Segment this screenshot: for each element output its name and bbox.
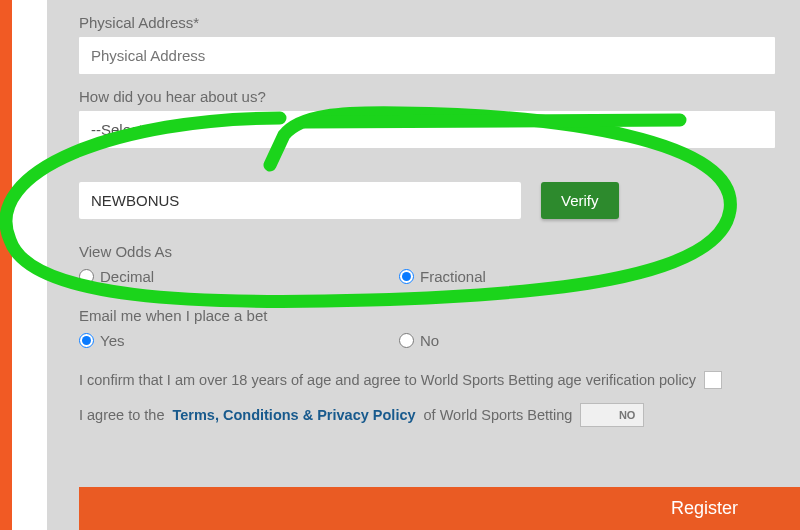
- terms-suffix: of World Sports Betting: [424, 407, 573, 423]
- registration-form: Physical Address* How did you hear about…: [47, 0, 800, 530]
- physical-address-input[interactable]: [79, 37, 775, 74]
- verify-button[interactable]: Verify: [541, 182, 619, 219]
- age-consent-checkbox[interactable]: [704, 371, 722, 389]
- bonus-code-input[interactable]: [79, 182, 521, 219]
- hear-about-label: How did you hear about us?: [79, 88, 775, 105]
- email-yes-radio[interactable]: [79, 333, 94, 348]
- terms-prefix: I agree to the: [79, 407, 164, 423]
- orange-sidebar: [0, 0, 12, 530]
- age-consent-text: I confirm that I am over 18 years of age…: [79, 372, 696, 388]
- email-bet-label: Email me when I place a bet: [79, 307, 775, 324]
- view-odds-label: View Odds As: [79, 243, 775, 260]
- view-odds-radio-group: Decimal Fractional: [79, 268, 775, 285]
- hear-about-select[interactable]: --Select--: [79, 111, 775, 148]
- terms-toggle[interactable]: NO: [580, 403, 644, 427]
- physical-address-label: Physical Address*: [79, 14, 775, 31]
- terms-consent-row: I agree to the Terms, Conditions & Priva…: [79, 403, 775, 427]
- terms-link[interactable]: Terms, Conditions & Privacy Policy: [172, 407, 415, 423]
- email-bet-radio-group: Yes No: [79, 332, 775, 349]
- odds-decimal-radio[interactable]: [79, 269, 94, 284]
- email-yes-label: Yes: [100, 332, 124, 349]
- odds-fractional-radio[interactable]: [399, 269, 414, 284]
- age-consent-row: I confirm that I am over 18 years of age…: [79, 371, 775, 389]
- odds-fractional-label: Fractional: [420, 268, 486, 285]
- register-button[interactable]: Register: [79, 487, 800, 530]
- email-no-label: No: [420, 332, 439, 349]
- odds-decimal-label: Decimal: [100, 268, 154, 285]
- email-no-radio[interactable]: [399, 333, 414, 348]
- toggle-no-label: NO: [619, 409, 636, 421]
